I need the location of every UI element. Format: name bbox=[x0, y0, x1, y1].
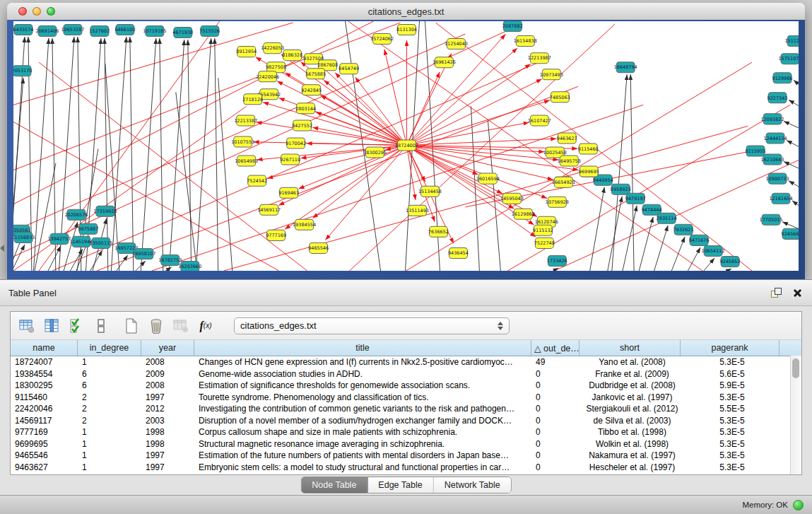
graph-node-label: 17705015 bbox=[760, 217, 783, 223]
table-row[interactable]: 911546021997Tourette syndrome. Phenomeno… bbox=[11, 392, 801, 404]
window-titlebar[interactable]: citations_edges.txt bbox=[7, 3, 805, 21]
show-columns-icon[interactable] bbox=[42, 317, 61, 335]
graph-node-label: 16958107 bbox=[132, 251, 155, 257]
graph-node-label: 8912954 bbox=[236, 49, 257, 54]
table-cell: Yano et al. (2008) bbox=[579, 356, 681, 368]
column-header-year[interactable]: year bbox=[141, 340, 194, 356]
table-cell: 5.3E-5 bbox=[681, 426, 779, 438]
graph-node-label: 10756928 bbox=[546, 199, 569, 205]
graph-node-label: 16654923 bbox=[552, 180, 575, 185]
table-cell: 5.3E-5 bbox=[681, 415, 779, 427]
table-panel-body: f(x) citations_edges.txt namein_degreeye… bbox=[10, 311, 802, 475]
graph-node-label: 14226053 bbox=[261, 45, 284, 51]
close-window-button[interactable] bbox=[18, 7, 27, 16]
graph-node-label: 16961426 bbox=[433, 59, 456, 65]
graph-node-label: 12213387 bbox=[234, 118, 257, 124]
memory-status-label: Memory: OK bbox=[742, 501, 788, 509]
network-canvas[interactable]: 6435574206914061065328715276026466100107… bbox=[13, 21, 799, 271]
table-row[interactable]: 969969511998Structural magnetic resonanc… bbox=[11, 438, 801, 450]
minimize-window-button[interactable] bbox=[33, 7, 41, 16]
graph-node-label: 9245652 bbox=[720, 259, 741, 264]
graph-node-label: 9227343 bbox=[767, 95, 788, 101]
table-row[interactable]: 946362711997Embryonic stem cells: a mode… bbox=[11, 462, 801, 474]
graph-node-label: 8131304 bbox=[396, 27, 417, 33]
table-vertical-scrollbar[interactable] bbox=[790, 356, 801, 474]
table-cell: 18300295 bbox=[11, 380, 78, 392]
column-header-in_degree[interactable]: in_degree bbox=[78, 340, 141, 356]
table-row[interactable]: 977716911998Corpus callosum shape and si… bbox=[11, 426, 801, 438]
graph-node-label: 10107553 bbox=[231, 139, 254, 145]
delete-columns-trash-icon[interactable] bbox=[147, 317, 165, 335]
table-cell: 0 bbox=[531, 438, 579, 450]
table-cell: Changes of HCN gene expression and I(f) … bbox=[194, 356, 531, 368]
network-canvas-frame: 6435574206914061065328715276026466100107… bbox=[7, 20, 805, 279]
tab-node-table[interactable]: Node Table bbox=[301, 477, 367, 493]
column-header-name[interactable]: name bbox=[11, 340, 78, 356]
table-row[interactable]: 946554611997Estimation of the future num… bbox=[11, 450, 801, 462]
delete-table-icon[interactable] bbox=[172, 317, 190, 335]
table-cell: 0 bbox=[531, 415, 579, 427]
table-mode-icon[interactable] bbox=[18, 317, 36, 335]
graph-node-label: 18300295 bbox=[363, 150, 387, 156]
table-header-row: namein_degreeyeartitle△ out_de…shortpage… bbox=[11, 340, 801, 356]
function-builder-icon[interactable]: f(x) bbox=[196, 317, 215, 335]
table-row[interactable]: 1872400712008Changes of HCN gene express… bbox=[11, 356, 801, 368]
scrollbar-thumb[interactable] bbox=[792, 358, 799, 378]
table-cell: 2012 bbox=[141, 403, 194, 415]
table-cell: Investigating the contribution of common… bbox=[194, 403, 531, 415]
graph-node-label: 20691406 bbox=[35, 28, 59, 34]
table-source-value: citations_edges.txt bbox=[240, 320, 498, 331]
column-header-title[interactable]: title bbox=[194, 340, 531, 356]
zoom-window-button[interactable] bbox=[47, 7, 55, 16]
citation-network-graph[interactable]: 6435574206914061065328715276026466100107… bbox=[13, 21, 799, 271]
create-new-column-icon[interactable] bbox=[122, 317, 141, 335]
graph-node-label: 10654112 bbox=[702, 248, 725, 254]
float-panel-icon[interactable] bbox=[771, 288, 782, 298]
table-cell: Structural magnetic resonance image aver… bbox=[194, 438, 531, 450]
table-cell: Genome-wide association studies in ADHD. bbox=[194, 368, 531, 380]
table-cell: 9115460 bbox=[11, 392, 78, 404]
table-panel: Table Panel bbox=[0, 279, 812, 514]
table-cell: 1 bbox=[78, 356, 141, 368]
table-row[interactable]: 1830029562008Estimation of significance … bbox=[11, 380, 801, 392]
select-all-columns-icon[interactable] bbox=[67, 317, 86, 335]
column-header-short[interactable]: short bbox=[579, 340, 681, 356]
unselect-all-columns-icon[interactable] bbox=[92, 317, 110, 335]
column-header-out_de[interactable]: △ out_de… bbox=[531, 340, 579, 356]
tab-network-table[interactable]: Network Table bbox=[434, 477, 511, 493]
graph-node-label: 16782753 bbox=[158, 257, 182, 263]
graph-node-label: 9463627 bbox=[557, 136, 577, 141]
graph-node-label: 16129862 bbox=[512, 211, 535, 217]
table-cell: Estimation of significance thresholds fo… bbox=[194, 380, 531, 392]
column-header-pagerank[interactable]: pagerank bbox=[681, 340, 779, 356]
graph-node-label: 9479197 bbox=[625, 196, 646, 201]
table-cell: Franke et al. (2009) bbox=[579, 368, 681, 380]
close-panel-icon[interactable] bbox=[793, 288, 802, 298]
graph-node-label: 7524542 bbox=[247, 178, 267, 184]
table-source-dropdown[interactable]: citations_edges.txt bbox=[234, 317, 510, 334]
table-row[interactable]: 2242004622012Investigating the contribut… bbox=[11, 403, 801, 415]
graph-node-label: 13511493 bbox=[406, 208, 429, 214]
table-row[interactable]: 1456911722003Disruption of a novel membe… bbox=[11, 415, 801, 427]
tab-edge-table[interactable]: Edge Table bbox=[367, 477, 433, 493]
graph-node-label: 9975887 bbox=[78, 226, 98, 232]
graph-node-label: 2718126 bbox=[242, 97, 263, 103]
table-cell: 5.3E-5 bbox=[681, 392, 779, 404]
graph-node-label: 2935114 bbox=[657, 216, 677, 221]
graph-node-label: 14569117 bbox=[257, 207, 281, 213]
graph-node-label: 16120746 bbox=[535, 219, 558, 225]
table-cell: 0 bbox=[531, 392, 579, 404]
graph-node-label: 9267110 bbox=[280, 157, 300, 163]
graph-node-label: 9777169 bbox=[266, 233, 286, 238]
table-cell: Stergiakouli et al. (2012) bbox=[579, 403, 681, 415]
network-view-window: citations_edges.txt 64355742069140610653… bbox=[7, 3, 805, 279]
table-cell: 14569117 bbox=[11, 415, 78, 427]
table-row[interactable]: 1938455462009Genome-wide association stu… bbox=[11, 368, 801, 380]
graph-node-label: 16495758 bbox=[558, 158, 581, 164]
table-cell: Estimation of the future numbers of pati… bbox=[194, 450, 531, 462]
splitter-collapse-arrow-icon[interactable] bbox=[0, 245, 4, 252]
graph-node-label: 19384554 bbox=[293, 222, 316, 228]
table-panel-title: Table Panel bbox=[0, 288, 771, 298]
table-cell: de Silva et al. (2003) bbox=[579, 415, 681, 427]
memory-status-indicator-icon[interactable] bbox=[793, 500, 804, 510]
